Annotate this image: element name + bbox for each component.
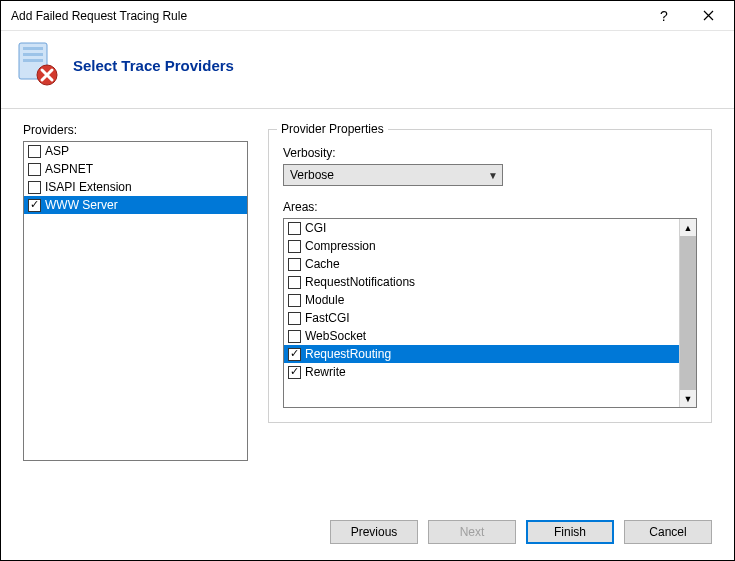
areas-listbox[interactable]: CGICompressionCacheRequestNotificationsM…: [283, 218, 697, 408]
provider-item[interactable]: ISAPI Extension: [24, 178, 247, 196]
area-item[interactable]: FastCGI: [284, 309, 679, 327]
areas-label: Areas:: [283, 200, 697, 214]
svg-rect-1: [23, 47, 43, 50]
help-button[interactable]: ?: [642, 2, 686, 30]
wizard-footer: Previous Next Finish Cancel: [1, 504, 734, 560]
titlebar: Add Failed Request Tracing Rule ?: [1, 1, 734, 31]
provider-item-label: WWW Server: [45, 198, 118, 212]
properties-column: Provider Properties Verbosity: Verbose ▼…: [268, 123, 712, 496]
scrollbar-thumb[interactable]: [680, 236, 696, 390]
group-legend: Provider Properties: [277, 122, 388, 136]
area-item[interactable]: WebSocket: [284, 327, 679, 345]
area-item[interactable]: CGI: [284, 219, 679, 237]
area-item-label: WebSocket: [305, 329, 366, 343]
providers-listbox[interactable]: ASPASPNETISAPI ExtensionWWW Server: [23, 141, 248, 461]
checkbox-icon[interactable]: [28, 199, 41, 212]
area-item-label: CGI: [305, 221, 326, 235]
finish-button[interactable]: Finish: [526, 520, 614, 544]
area-item[interactable]: RequestRouting: [284, 345, 679, 363]
next-button: Next: [428, 520, 516, 544]
checkbox-icon[interactable]: [28, 163, 41, 176]
checkbox-icon[interactable]: [288, 222, 301, 235]
svg-rect-3: [23, 59, 43, 62]
area-item-label: FastCGI: [305, 311, 350, 325]
areas-scrollbar[interactable]: ▲ ▼: [679, 219, 696, 407]
area-item-label: Module: [305, 293, 344, 307]
verbosity-value: Verbose: [290, 168, 334, 182]
area-item[interactable]: RequestNotifications: [284, 273, 679, 291]
checkbox-icon[interactable]: [288, 294, 301, 307]
checkbox-icon[interactable]: [288, 330, 301, 343]
checkbox-icon[interactable]: [288, 240, 301, 253]
checkbox-icon[interactable]: [28, 145, 41, 158]
close-icon: [703, 10, 714, 21]
content-area: Providers: ASPASPNETISAPI ExtensionWWW S…: [1, 109, 734, 504]
provider-item-label: ISAPI Extension: [45, 180, 132, 194]
area-item[interactable]: Module: [284, 291, 679, 309]
provider-item[interactable]: WWW Server: [24, 196, 247, 214]
dialog-window: Add Failed Request Tracing Rule ? Select…: [0, 0, 735, 561]
checkbox-icon[interactable]: [288, 312, 301, 325]
area-item-label: RequestRouting: [305, 347, 391, 361]
provider-item[interactable]: ASP: [24, 142, 247, 160]
area-item-label: Cache: [305, 257, 340, 271]
providers-column: Providers: ASPASPNETISAPI ExtensionWWW S…: [23, 123, 248, 496]
area-item[interactable]: Rewrite: [284, 363, 679, 381]
checkbox-icon[interactable]: [288, 276, 301, 289]
wizard-header: Select Trace Providers: [1, 31, 734, 109]
checkbox-icon[interactable]: [288, 258, 301, 271]
provider-item-label: ASP: [45, 144, 69, 158]
area-item[interactable]: Cache: [284, 255, 679, 273]
chevron-down-icon: ▼: [488, 170, 498, 181]
checkbox-icon[interactable]: [288, 348, 301, 361]
close-button[interactable]: [686, 2, 730, 30]
area-item-label: Rewrite: [305, 365, 346, 379]
provider-item[interactable]: ASPNET: [24, 160, 247, 178]
provider-properties-group: Provider Properties Verbosity: Verbose ▼…: [268, 129, 712, 423]
verbosity-combobox[interactable]: Verbose ▼: [283, 164, 503, 186]
checkbox-icon[interactable]: [28, 181, 41, 194]
checkbox-icon[interactable]: [288, 366, 301, 379]
provider-item-label: ASPNET: [45, 162, 93, 176]
previous-button[interactable]: Previous: [330, 520, 418, 544]
scroll-down-icon[interactable]: ▼: [680, 390, 696, 407]
area-item-label: RequestNotifications: [305, 275, 415, 289]
cancel-button[interactable]: Cancel: [624, 520, 712, 544]
window-title: Add Failed Request Tracing Rule: [11, 9, 642, 23]
page-title: Select Trace Providers: [73, 57, 234, 74]
svg-rect-2: [23, 53, 43, 56]
verbosity-label: Verbosity:: [283, 146, 697, 160]
area-item-label: Compression: [305, 239, 376, 253]
providers-label: Providers:: [23, 123, 248, 137]
scroll-up-icon[interactable]: ▲: [680, 219, 696, 236]
wizard-icon: [15, 41, 61, 90]
area-item[interactable]: Compression: [284, 237, 679, 255]
